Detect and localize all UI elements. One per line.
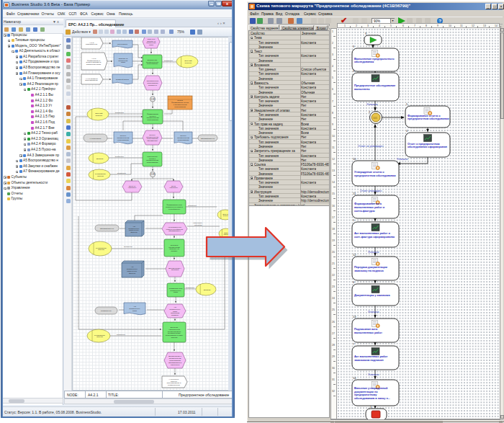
svg-text:выполняет: выполняет <box>117 334 126 336</box>
svg-text:101: 101 <box>373 117 377 120</box>
svg-text:10: 10 <box>353 157 356 161</box>
svg-text:выполняет: выполняет <box>115 112 125 114</box>
svg-text:11: 11 <box>353 192 356 195</box>
svg-text:5: 5 <box>353 218 355 222</box>
svg-text:выполняет: выполняет <box>117 172 127 174</box>
svg-text:Успешно: Успешно <box>368 373 379 376</box>
svg-text:Успешно: Успешно <box>366 103 377 106</box>
svg-text:9: 9 <box>365 32 367 35</box>
svg-text:5: 5 <box>406 102 408 106</box>
svg-text:12: 12 <box>353 253 356 257</box>
svg-text:Ведущийинженер: Ведущийинженер <box>96 112 104 116</box>
svg-text:Ведущийинженер: Ведущийинженер <box>223 213 228 217</box>
svg-text:выполняет: выполняет <box>164 60 174 62</box>
svg-text:Акт выполненных работ исчет-фа: Акт выполненных работ исчет-фактура сфор… <box>354 232 395 239</box>
svg-text:Нуждающиеся: Нуждающиеся <box>90 138 102 139</box>
svg-text:14: 14 <box>353 376 356 380</box>
svg-text:Эскизный проект: Эскизный проект <box>116 79 130 80</box>
svg-text:Сформированные: Сформированные <box>100 228 114 229</box>
svg-text:Отчет утвержден: Отчет утвержден <box>360 190 382 192</box>
svg-text:Заказчик: Заказчик <box>96 158 104 159</box>
svg-text:Документация у заказчика: Документация у заказчика <box>354 294 391 297</box>
svg-text:XOR: XOR <box>150 98 155 101</box>
svg-text:результат: результат <box>194 224 203 226</box>
svg-text:2: 2 <box>369 110 371 114</box>
svg-text:Подписанные: Подписанные <box>101 310 112 311</box>
svg-text:9: 9 <box>353 45 355 48</box>
svg-text:Ведущийинженер: Ведущийинженер <box>185 60 193 63</box>
svg-text:13: 13 <box>353 315 356 319</box>
svg-text:Выполнениепредпроектногообслед: Выполнениепредпроектногообследования <box>146 59 159 65</box>
svg-text:Формированиеотчета опредпроект: Формированиеотчета опредпроектномобследо… <box>147 113 159 121</box>
svg-text:ТЗ на проект: ТЗ на проект <box>117 43 128 45</box>
svg-text:выполняет: выполняет <box>124 246 133 248</box>
svg-text:Заказчик: Заказчик <box>204 289 212 290</box>
svg-text:выполняет: выполняет <box>188 205 197 207</box>
svg-text:Успешно: Успешно <box>368 251 379 254</box>
svg-text:Передача документациизаказчику: Передача документациизаказчику на подпис… <box>354 266 388 272</box>
svg-text:Успешно: Успешно <box>368 311 379 313</box>
svg-text:Отчет не утвержден: Отчет не утвержден <box>358 145 384 148</box>
svg-text:7: 7 <box>353 342 355 346</box>
svg-text:4: 4 <box>406 129 408 133</box>
svg-text:выполняет: выполняет <box>186 287 195 289</box>
svg-text:Акт выполненных работзаказчико: Акт выполненных работзаказчиком подписан <box>354 355 387 362</box>
svg-text:выполняет: выполняет <box>115 156 125 158</box>
svg-text:XOR: XOR <box>150 173 155 176</box>
svg-text:Успешно: Успешно <box>397 158 408 161</box>
svg-text:А4.1.3 Эскизноепроектирование: А4.1.3 Эскизноепроектирование <box>85 78 98 81</box>
svg-text:6: 6 <box>353 280 355 284</box>
svg-text:Сформированные: Сформированные <box>201 138 215 139</box>
svg-text:Отчет неутвержден: Отчет неутвержден <box>128 185 137 189</box>
svg-text:Утверждениеотчета опредпроектн: Утверждениеотчета опредпроектномобследов… <box>146 156 158 164</box>
